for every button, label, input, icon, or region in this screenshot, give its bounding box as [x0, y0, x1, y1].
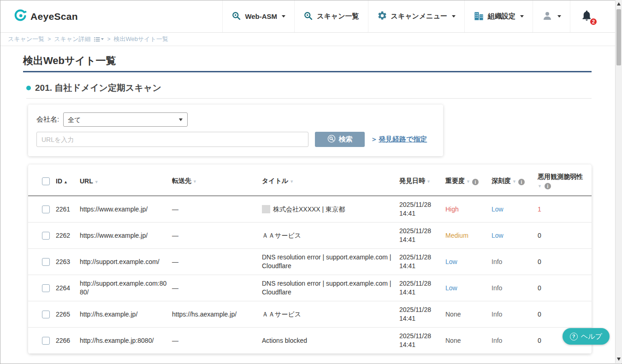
cell-id: 2261	[56, 196, 80, 223]
chevron-down-icon	[520, 15, 524, 18]
table-header-row: ID▲ URL▼ 転送先▼ タイトル▼ 発見日時▼ 重要度▼	[28, 164, 592, 196]
header-title[interactable]: タイトル▼	[262, 164, 399, 196]
cell-severity: Info	[492, 275, 538, 301]
breadcrumb-separator: >	[47, 36, 51, 42]
sort-desc-icon: ▼	[427, 179, 431, 184]
route-specify-link[interactable]: ＞ 発見経路で指定	[371, 135, 427, 144]
cell-forward: —	[172, 249, 262, 275]
page-title: 検出Webサイト一覧	[23, 54, 592, 72]
logo-text: AeyeScan	[30, 11, 78, 22]
user-icon	[542, 10, 553, 23]
scroll-up-arrow-icon[interactable]	[617, 2, 621, 6]
header-url[interactable]: URL▼	[80, 164, 172, 196]
header-forward[interactable]: 転送先▼	[172, 164, 262, 196]
cell-severity: Low	[492, 223, 538, 249]
cell-severity: Low	[492, 196, 538, 223]
table-row[interactable]: 2266 http://hs.example.jp:8080/ — Action…	[28, 328, 592, 354]
building-icon	[474, 11, 484, 23]
table-row[interactable]: 2264 http://support.example.com:8080/ — …	[28, 275, 592, 301]
nav-item-scan-list[interactable]: スキャン一覧	[294, 0, 367, 32]
vertical-scrollbar[interactable]	[615, 0, 622, 363]
cell-url: https://www.example.jp/	[80, 223, 172, 249]
breadcrumb-scan-list[interactable]: スキャン一覧	[8, 35, 44, 43]
company-label: 会社名:	[36, 115, 59, 124]
aeyescan-logo-icon	[13, 9, 27, 24]
scrollbar-thumb[interactable]	[616, 9, 621, 65]
cell-url: http://hs.example.jp:8080/	[80, 328, 172, 354]
cell-id: 2265	[56, 301, 80, 328]
row-checkbox[interactable]	[42, 258, 50, 266]
question-icon: ?	[570, 333, 578, 341]
chevron-down-icon	[101, 38, 104, 40]
scan-section-title: 201. 自社ドメイン定期スキャン	[35, 82, 161, 94]
row-checkbox[interactable]	[42, 311, 50, 318]
cell-forward: https://hs.aexample.jp/	[172, 301, 262, 328]
table-row[interactable]: 2262 https://www.example.jp/ — ＡＡサービス 20…	[28, 223, 592, 249]
row-checkbox[interactable]	[42, 205, 50, 213]
search-icon	[327, 135, 336, 144]
sort-desc-icon: ▼	[290, 179, 294, 184]
magnifier-icon	[303, 11, 313, 22]
nav-item-org-settings[interactable]: 組織設定	[464, 0, 533, 32]
breadcrumb-detail-menu[interactable]	[94, 37, 104, 42]
cell-vuln: 0	[538, 275, 592, 301]
info-icon[interactable]: i	[545, 183, 551, 189]
row-checkbox[interactable]	[42, 232, 50, 240]
info-icon[interactable]: i	[518, 179, 525, 185]
cell-severity: Info	[492, 301, 538, 328]
header-severity[interactable]: 深刻度▼i	[492, 164, 538, 196]
nav-item-scan-menu[interactable]: スキャンメニュー	[368, 0, 464, 32]
chevron-right-icon: ＞	[371, 135, 378, 144]
row-checkbox[interactable]	[42, 337, 50, 345]
chevron-down-icon	[557, 15, 561, 18]
sort-asc-icon: ▲	[64, 180, 68, 184]
info-icon[interactable]: i	[472, 179, 479, 185]
help-button[interactable]: ? ヘルプ	[563, 328, 610, 345]
notifications-button[interactable]: 2	[570, 0, 599, 32]
header-importance[interactable]: 重要度▼i	[445, 164, 492, 196]
main-content: 検出Webサイト一覧 201. 自社ドメイン定期スキャン 会社名: 全て	[0, 54, 622, 354]
detected-websites-table-card: ID▲ URL▼ 転送先▼ タイトル▼ 発見日時▼ 重要度▼	[28, 164, 592, 354]
checkbox-cell	[28, 196, 56, 223]
detected-websites-table: ID▲ URL▼ 転送先▼ タイトル▼ 発見日時▼ 重要度▼	[28, 164, 592, 354]
cell-vuln: 0	[538, 249, 592, 275]
table-row[interactable]: 2263 http://support.example.com/ — DNS r…	[28, 249, 592, 275]
cell-date: 2025/11/28 14:41	[399, 249, 445, 275]
filter-card: 会社名: 全て 検索 ＞ 発見経路	[28, 105, 443, 156]
cell-id: 2262	[56, 223, 80, 249]
cell-id: 2266	[56, 328, 80, 354]
table-row[interactable]: 2265 http://hs.example.jp/ https://hs.ae…	[28, 301, 592, 328]
select-all-checkbox-cell	[28, 164, 56, 196]
cell-url: http://support.example.com/	[80, 249, 172, 275]
cell-severity: Info	[492, 249, 538, 275]
chevron-down-icon	[452, 15, 456, 18]
notification-badge: 2	[589, 18, 598, 26]
table-row[interactable]: 2261 https://www.example.jp/ — 株式会社XXXXX…	[28, 196, 592, 223]
cell-title: ＡＡサービス	[262, 223, 399, 249]
header-date[interactable]: 発見日時▼	[399, 164, 445, 196]
sort-desc-icon: ▼	[466, 179, 470, 184]
search-button[interactable]: 検索	[315, 132, 365, 147]
header-vuln[interactable]: 悪用観測脆弱性 ▼ i	[538, 164, 592, 196]
scan-section-header: 201. 自社ドメイン定期スキャン	[26, 82, 592, 99]
sort-desc-icon: ▼	[193, 179, 197, 184]
cell-importance: None	[445, 328, 492, 354]
cell-forward: —	[172, 196, 262, 223]
user-menu[interactable]	[533, 0, 570, 32]
header-id[interactable]: ID▲	[56, 164, 80, 196]
aeyescan-logo[interactable]: AeyeScan	[13, 0, 78, 32]
row-checkbox[interactable]	[42, 284, 50, 292]
cell-importance: Medium	[445, 223, 492, 249]
company-select[interactable]: 全て	[63, 112, 188, 127]
cell-url: http://hs.example.jp/	[80, 301, 172, 328]
breadcrumb-scan-detail[interactable]: スキャン詳細	[54, 35, 90, 43]
url-search-input[interactable]	[36, 132, 308, 147]
cell-vuln: 0	[538, 301, 592, 328]
checkbox-cell	[28, 223, 56, 249]
select-all-checkbox[interactable]	[42, 177, 50, 185]
scroll-down-arrow-icon[interactable]	[617, 358, 621, 361]
breadcrumb-current-page: 検出Webサイト一覧	[113, 35, 168, 43]
nav-item-web-asm[interactable]: Web-ASM	[222, 0, 294, 32]
breadcrumb: スキャン一覧 > スキャン詳細 > 検出Webサイト一覧	[0, 33, 622, 46]
cell-importance: Low	[445, 249, 492, 275]
